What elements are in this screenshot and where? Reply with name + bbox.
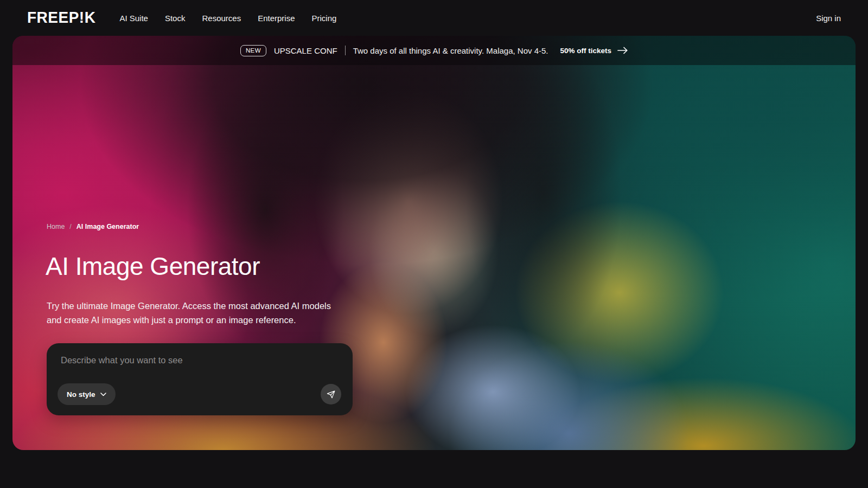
main-nav: AI Suite Stock Resources Enterprise Pric…	[119, 14, 336, 23]
new-badge: NEW	[240, 45, 266, 56]
breadcrumb-current: AI Image Generator	[76, 223, 139, 230]
prompt-input[interactable]	[61, 355, 337, 381]
hero-section: NEW UPSCALE CONF Two days of all things …	[12, 36, 856, 450]
style-selector-button[interactable]: No style	[58, 383, 116, 405]
breadcrumb-separator: /	[69, 223, 71, 230]
freepik-logo[interactable]: FREEP!K	[27, 9, 95, 27]
send-icon	[327, 390, 336, 399]
generate-button[interactable]	[321, 384, 341, 404]
top-navigation: FREEP!K AI Suite Stock Resources Enterpr…	[0, 0, 868, 36]
nav-item-resources[interactable]: Resources	[202, 14, 241, 23]
promo-cta-link[interactable]: 50% off tickets	[560, 47, 628, 55]
page-title: AI Image Generator	[46, 252, 260, 281]
nav-item-pricing[interactable]: Pricing	[312, 14, 337, 23]
breadcrumb: Home / AI Image Generator	[47, 223, 139, 230]
chevron-down-icon	[100, 393, 106, 396]
nav-item-ai-suite[interactable]: AI Suite	[119, 14, 148, 23]
promo-message: Two days of all things AI & creativity. …	[353, 46, 548, 55]
promo-banner[interactable]: NEW UPSCALE CONF Two days of all things …	[12, 36, 856, 65]
style-selector-label: No style	[67, 390, 95, 399]
banner-divider	[345, 46, 346, 55]
prompt-card: No style	[47, 343, 353, 415]
sign-in-link[interactable]: Sign in	[816, 14, 841, 23]
promo-cta-label: 50% off tickets	[560, 47, 612, 55]
hero-description: Try the ultimate Image Generator. Access…	[47, 299, 340, 327]
arrow-right-icon	[617, 47, 628, 54]
nav-item-enterprise[interactable]: Enterprise	[258, 14, 295, 23]
breadcrumb-home[interactable]: Home	[47, 223, 65, 230]
promo-event-name: UPSCALE CONF	[274, 46, 337, 55]
nav-item-stock[interactable]: Stock	[165, 14, 186, 23]
